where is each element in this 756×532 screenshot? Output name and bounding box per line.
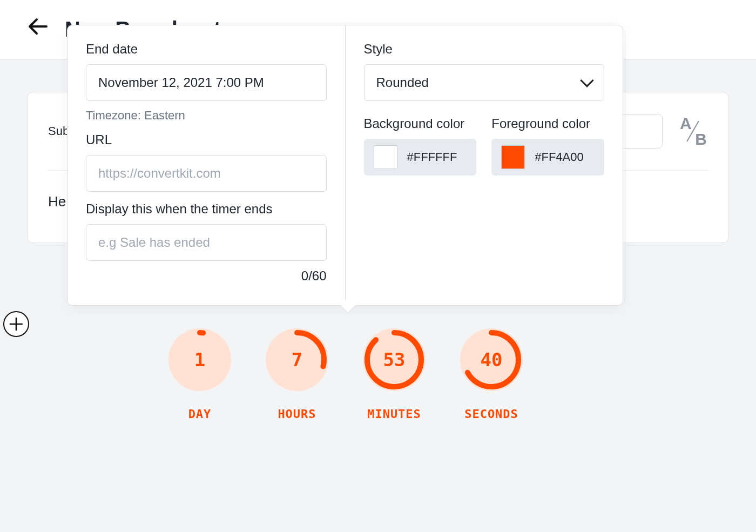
countdown-value: 1 — [168, 328, 231, 391]
fg-color-field: Foreground color #FF4A00 — [491, 116, 604, 176]
bg-color-label: Background color — [364, 116, 477, 131]
countdown-value: 7 — [266, 328, 328, 391]
bg-color-value: #FFFFFF — [407, 150, 457, 164]
style-field: Style Rounded — [364, 42, 605, 101]
countdown-label: DAY — [165, 407, 235, 421]
countdown-settings-popover: End date Timezone: Eastern URL Display t… — [67, 25, 623, 306]
ended-message-input[interactable] — [86, 224, 327, 261]
timezone-hint: Timezone: Eastern — [86, 109, 327, 123]
countdown-item: 53 MINUTES — [359, 328, 429, 421]
end-date-field: End date Timezone: Eastern — [86, 42, 327, 123]
countdown-circle: 7 — [266, 328, 328, 391]
countdown-label: SECONDS — [456, 407, 526, 421]
countdown-circle: 1 — [168, 328, 231, 391]
ended-message-counter: 0/60 — [86, 268, 327, 284]
bg-color-field: Background color #FFFFFF — [364, 116, 477, 176]
end-date-input[interactable] — [86, 64, 327, 101]
countdown-item: 7 HOURS — [262, 328, 332, 421]
style-select-value: Rounded — [376, 75, 429, 90]
countdown-label: HOURS — [262, 407, 332, 421]
countdown-value: 40 — [460, 328, 523, 391]
fg-color-value: #FF4A00 — [535, 150, 584, 164]
countdown-timer-preview: 1 DAY 7 HOURS 53 MINUTES 40 SECONDS — [165, 328, 526, 421]
ab-b-label: B — [695, 132, 707, 146]
url-field: URL — [86, 132, 327, 192]
ab-test-toggle[interactable]: A B — [678, 116, 708, 146]
countdown-item: 1 DAY — [165, 328, 235, 421]
style-label: Style — [364, 42, 605, 57]
ended-message-label: Display this when the timer ends — [86, 201, 327, 217]
popover-right-column: Style Rounded Background color #FFFFFF F… — [346, 25, 623, 305]
countdown-circle: 53 — [363, 328, 426, 391]
back-arrow-icon[interactable] — [27, 17, 49, 39]
bg-color-swatch — [374, 145, 397, 169]
url-label: URL — [86, 132, 327, 147]
fg-color-picker[interactable]: #FF4A00 — [491, 139, 604, 176]
countdown-item: 40 SECONDS — [456, 328, 526, 421]
chevron-down-icon — [580, 73, 593, 87]
style-select[interactable]: Rounded — [364, 64, 605, 101]
bg-color-picker[interactable]: #FFFFFF — [364, 139, 477, 176]
countdown-value: 53 — [363, 328, 426, 391]
add-block-button[interactable] — [3, 311, 29, 337]
ab-a-label: A — [680, 116, 692, 131]
ended-message-field: Display this when the timer ends 0/60 — [86, 201, 327, 284]
popover-left-column: End date Timezone: Eastern URL Display t… — [68, 25, 346, 305]
countdown-label: MINUTES — [359, 407, 429, 421]
fg-color-label: Foreground color — [491, 116, 604, 131]
countdown-circle: 40 — [460, 328, 523, 391]
url-input[interactable] — [86, 155, 327, 192]
fg-color-swatch — [501, 145, 525, 169]
color-row: Background color #FFFFFF Foreground colo… — [364, 116, 605, 176]
end-date-label: End date — [86, 42, 327, 57]
